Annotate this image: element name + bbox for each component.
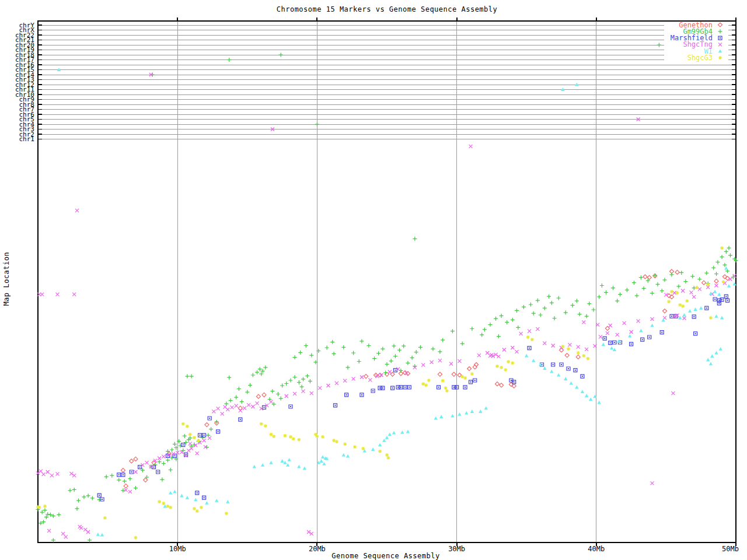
marker-gm99gb4 <box>657 43 661 47</box>
marker-gm99gb4 <box>571 303 575 307</box>
marker-wi <box>727 284 731 288</box>
marker-shgcg3 <box>676 291 679 295</box>
marker-shgcg3 <box>670 290 673 293</box>
marker-wi <box>602 342 605 346</box>
marker-gm99gb4 <box>284 382 288 386</box>
marker-wi <box>280 459 284 463</box>
marker-gm99gb4 <box>57 513 61 517</box>
marker-shgcg3 <box>353 445 357 449</box>
marker-gm99gb4 <box>40 510 44 514</box>
marker-shgcg3 <box>186 425 189 428</box>
marker-gm99gb4 <box>720 255 724 259</box>
marker-gm99gb4 <box>279 53 283 57</box>
marker-shgcg3 <box>720 246 724 250</box>
series-genethon <box>121 270 729 488</box>
marker-gm99gb4 <box>410 356 414 360</box>
marker-shgctng <box>239 409 242 412</box>
marker-gm99gb4 <box>258 367 262 371</box>
marker-shgcg3 <box>37 506 41 509</box>
marker-marshfield <box>181 443 185 447</box>
marker-gm99gb4 <box>248 383 252 387</box>
chromosome-label: chr1 <box>19 135 35 143</box>
marker-gm99gb4 <box>158 460 162 464</box>
marker-wi <box>543 366 546 370</box>
marker-shgctng <box>128 490 132 494</box>
marker-marshfield <box>724 295 728 298</box>
marker-genethon <box>722 275 727 279</box>
marker-shgctng <box>438 359 442 362</box>
marker-shgcg3 <box>463 376 467 380</box>
marker-wi <box>719 347 722 351</box>
marker-marshfield <box>641 338 644 341</box>
marker-gm99gb4 <box>402 344 406 348</box>
marker-gm99gb4 <box>372 356 376 360</box>
marker-shgctng <box>72 474 76 477</box>
marker-marshfield <box>581 374 584 378</box>
marker-shgctng <box>86 530 90 534</box>
marker-shgcg3 <box>103 516 107 520</box>
marker-gm99gb4 <box>600 284 604 288</box>
marker-gm99gb4 <box>604 290 608 295</box>
marker-gm99gb4 <box>516 326 520 330</box>
marker-genethon <box>130 459 134 463</box>
marker-marshfield <box>407 386 411 389</box>
marker-gm99gb4 <box>470 327 474 331</box>
marker-gm99gb4 <box>615 299 619 303</box>
marker-gm99gb4 <box>497 334 501 338</box>
marker-marshfield <box>239 418 242 421</box>
marker-genethon <box>500 383 504 387</box>
marker-gm99gb4 <box>389 359 393 363</box>
marker-shgctng <box>623 321 626 325</box>
marker-genethon <box>576 355 580 359</box>
marker-shgctng <box>449 362 453 366</box>
marker-gm99gb4 <box>385 362 389 366</box>
marker-gm99gb4 <box>245 390 249 394</box>
marker-genethon <box>262 393 266 397</box>
marker-gm99gb4 <box>500 314 504 318</box>
marker-wi <box>720 316 724 320</box>
marker-marshfield <box>648 335 651 339</box>
marker-marshfield <box>173 454 176 457</box>
marker-shgctng <box>469 145 473 148</box>
marker-gm99gb4 <box>494 317 498 321</box>
marker-shgcg3 <box>427 379 431 382</box>
marker-shgcg3 <box>264 424 267 428</box>
marker-shgcg3 <box>169 506 172 509</box>
marker-gm99gb4 <box>128 477 132 481</box>
marker-gm99gb4 <box>76 499 81 503</box>
marker-shgctng <box>75 209 79 212</box>
marker-genethon <box>256 394 260 398</box>
marker-marshfield <box>121 473 125 477</box>
marker-shgctng <box>690 290 693 294</box>
marker-wi <box>570 382 573 385</box>
marker-marshfield <box>726 299 729 302</box>
marker-marshfield <box>630 342 633 346</box>
marker-shgcg3 <box>526 335 530 339</box>
marker-gm99gb4 <box>587 302 591 306</box>
marker-gm99gb4 <box>393 354 397 358</box>
marker-wi <box>710 354 714 358</box>
marker-marshfield <box>117 473 121 477</box>
marker-shgcg3 <box>283 434 287 438</box>
marker-shgctng <box>47 529 51 533</box>
marker-gm99gb4 <box>406 361 410 365</box>
marker-shgctng <box>683 317 686 320</box>
marker-shgcg3 <box>582 354 585 358</box>
marker-shgctng <box>208 436 211 440</box>
marker-gm99gb4 <box>123 479 127 483</box>
marker-gm99gb4 <box>298 351 302 355</box>
marker-gm99gb4 <box>43 508 47 512</box>
marker-marshfield <box>567 367 570 370</box>
marker-wi <box>585 394 588 397</box>
marker-gm99gb4 <box>293 355 297 359</box>
marker-shgctng <box>64 535 68 538</box>
marker-shgctng <box>251 405 254 408</box>
marker-shgcg3 <box>289 435 292 439</box>
marker-genethon <box>364 374 368 379</box>
marker-gm99gb4 <box>539 313 543 317</box>
marker-gm99gb4 <box>460 342 465 346</box>
marker-shgcg3 <box>530 338 534 341</box>
marker-marshfield <box>403 386 407 389</box>
marker-gm99gb4 <box>357 359 361 363</box>
marker-shgctng <box>551 344 555 348</box>
